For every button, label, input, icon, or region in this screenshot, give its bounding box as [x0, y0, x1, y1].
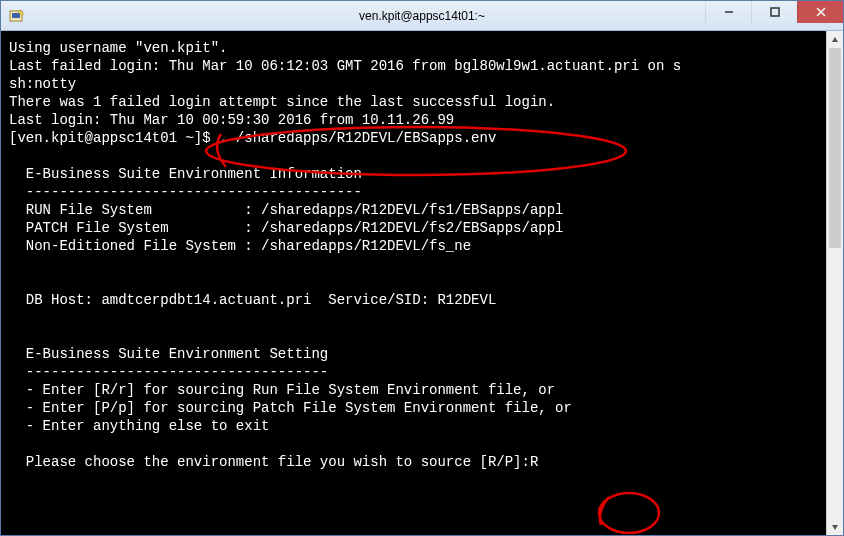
- minimize-button[interactable]: [705, 1, 751, 23]
- scrollbar-thumb[interactable]: [829, 48, 841, 248]
- scroll-down-button[interactable]: [827, 518, 843, 535]
- svg-marker-6: [832, 37, 838, 42]
- terminal-body: Using username "ven.kpit". Last failed l…: [1, 31, 843, 535]
- maximize-button[interactable]: [751, 1, 797, 23]
- vertical-scrollbar[interactable]: [826, 31, 843, 535]
- scrollbar-track[interactable]: [827, 48, 843, 518]
- svg-rect-1: [12, 13, 20, 18]
- svg-marker-7: [832, 525, 838, 530]
- svg-rect-3: [771, 8, 779, 16]
- terminal-window: ven.kpit@appsc14t01:~ Using username "ve…: [0, 0, 844, 536]
- titlebar: ven.kpit@appsc14t01:~: [1, 1, 843, 31]
- close-button[interactable]: [797, 1, 843, 23]
- scroll-up-button[interactable]: [827, 31, 843, 48]
- app-icon: [5, 4, 29, 28]
- terminal-output[interactable]: Using username "ven.kpit". Last failed l…: [1, 31, 826, 535]
- window-controls: [705, 1, 843, 23]
